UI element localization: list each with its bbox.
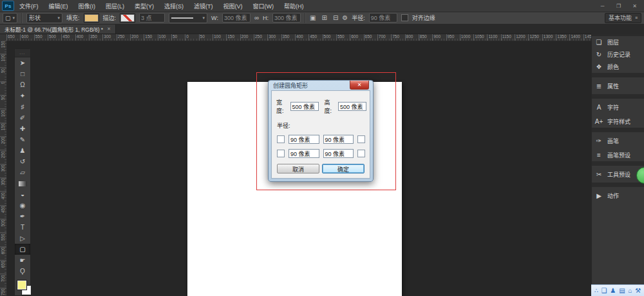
move-tool[interactable]: ➤: [15, 57, 30, 68]
menu-item[interactable]: 选择(S): [164, 2, 184, 10]
close-icon: ✕: [357, 82, 362, 88]
menu-item[interactable]: 图层(L): [106, 2, 124, 10]
path-alignment-icon[interactable]: ⊞: [322, 14, 327, 21]
shop-icon[interactable]: ⌂: [628, 288, 632, 294]
zoom-tool[interactable]: Ϙ: [15, 266, 30, 277]
ruler-tick-label: 950: [446, 34, 460, 41]
workspace-switcher[interactable]: 基本功能 ≡: [605, 13, 641, 23]
panel-label: 画笔预设: [607, 151, 630, 159]
align-edges-checkbox[interactable]: [401, 14, 408, 21]
stroke-width-field[interactable]: 3 点: [139, 13, 165, 23]
panel-grip[interactable]: ∙∙∙: [15, 49, 30, 57]
shape-height-field[interactable]: 300 像素: [272, 13, 301, 23]
pen-tool[interactable]: ✒: [15, 211, 30, 222]
close-button[interactable]: ✕: [629, 2, 640, 10]
eraser-tool[interactable]: ▱: [15, 167, 30, 178]
dialog-width-input[interactable]: 500 像素: [290, 102, 319, 111]
lasso-tool[interactable]: Ω: [15, 79, 30, 90]
panel-label: 属性: [607, 82, 619, 90]
rounded-rectangle-tool[interactable]: ▢: [15, 244, 30, 255]
ok-button[interactable]: 确定: [322, 164, 365, 173]
radius-checkbox-top-left[interactable]: [277, 135, 285, 143]
panel-character-styles[interactable]: A+ 字符样式: [592, 115, 644, 128]
panel-brush-presets[interactable]: ≡ 画笔预设: [592, 149, 644, 161]
blur-tool[interactable]: ◒: [15, 189, 30, 200]
tool-mode-select[interactable]: 形状 ▾: [26, 13, 62, 23]
path-arrange-icon[interactable]: ⊟: [333, 14, 338, 21]
clone-stamp-tool[interactable]: ♟: [15, 145, 30, 156]
chevron-down-icon: ▾: [58, 15, 61, 21]
minimize-button[interactable]: ─: [597, 2, 608, 10]
ruler-tick-label: 250: [0, 151, 6, 164]
chat-icon[interactable]: ❑: [601, 288, 607, 294]
radius-checkbox-top-right[interactable]: [357, 135, 365, 143]
type-tool[interactable]: T: [15, 222, 30, 233]
panel-layers[interactable]: ❏ 图层: [592, 36, 644, 48]
document-title: 未标题-1 @ 66.7%(圆角矩形 1, RGB/8) *: [5, 25, 103, 33]
ruler-tick-label: 350: [0, 178, 6, 192]
brush-tool[interactable]: ✎: [15, 134, 30, 145]
gradient-tool[interactable]: [15, 178, 30, 189]
menu-item[interactable]: 视图(V): [223, 2, 243, 10]
ruler-tick-label: 150: [0, 123, 6, 137]
stroke-swatch[interactable]: [120, 14, 135, 23]
menu-item[interactable]: 滤镜(T): [194, 2, 213, 10]
shirt-icon[interactable]: ▤: [619, 288, 625, 294]
radius-field[interactable]: 90 像素: [369, 13, 397, 23]
panel-brush[interactable]: ✑ 画笔: [592, 128, 644, 149]
horizontal-ruler: 6506005505004504003503002502001501005005…: [6, 34, 591, 41]
menu-item[interactable]: 文件(F): [19, 2, 39, 10]
radius-input-top-right[interactable]: 90 像素: [323, 135, 354, 144]
marquee-tool[interactable]: □: [15, 68, 30, 79]
link-dimensions-icon[interactable]: ∞: [254, 14, 259, 21]
foreground-color-swatch[interactable]: [17, 281, 26, 290]
fill-swatch[interactable]: [84, 14, 99, 23]
ruler-tick-label: 500: [323, 34, 336, 41]
menu-item[interactable]: 图像(I): [79, 2, 96, 10]
menu-item[interactable]: 编辑(E): [49, 2, 68, 10]
path-selection-tool[interactable]: ▷: [15, 233, 30, 244]
panel-color[interactable]: ❖ 颜色: [592, 61, 644, 73]
cancel-button[interactable]: 取消: [277, 164, 319, 173]
menu-item[interactable]: 帮助(H): [284, 2, 304, 10]
radius-input-top-left[interactable]: 90 像素: [289, 135, 319, 144]
path-operations-icon[interactable]: ▣: [310, 14, 316, 21]
panel-label: 图层: [607, 38, 619, 46]
ruler-tick-label: 800: [405, 34, 419, 41]
panel-character[interactable]: A 字符: [592, 94, 644, 115]
contact-icon[interactable]: ♟: [611, 288, 616, 294]
crop-tool[interactable]: ♯: [15, 101, 30, 112]
separator: [305, 13, 306, 23]
menu-item[interactable]: 类型(Y): [135, 2, 154, 10]
radius-checkbox-bottom-left[interactable]: [277, 150, 285, 157]
tool-preset-picker[interactable]: ▢ ▾: [3, 13, 17, 23]
document-tab[interactable]: 未标题-1 @ 66.7%(圆角矩形 1, RGB/8) * ✕: [0, 25, 116, 34]
dodge-tool[interactable]: ◉: [15, 200, 30, 211]
panel-icon: ↻: [592, 51, 606, 58]
quick-selection-tool[interactable]: ✦: [15, 90, 30, 101]
radius-checkbox-bottom-right[interactable]: [357, 150, 365, 157]
width-label: W:: [211, 15, 218, 21]
eyedropper-tool[interactable]: ✐: [15, 112, 30, 123]
tab-close-icon[interactable]: ✕: [107, 26, 111, 32]
radius-input-bottom-left[interactable]: 90 像素: [289, 149, 319, 158]
wrench-icon[interactable]: ⚒: [635, 288, 641, 294]
shape-width-field[interactable]: 300 像素: [222, 13, 251, 23]
dialog-height-input[interactable]: 500 像素: [338, 102, 366, 111]
panel-actions[interactable]: ▶ 动作: [592, 183, 644, 204]
stroke-style-select[interactable]: ▾: [169, 13, 207, 23]
panel-label: 工具预设: [607, 170, 630, 179]
hand-tool[interactable]: ☛: [15, 255, 30, 266]
healing-brush-tool[interactable]: ✚: [15, 123, 30, 134]
gear-icon[interactable]: ⚙: [342, 14, 348, 21]
radius-input-bottom-right[interactable]: 90 像素: [323, 149, 354, 158]
history-brush-tool[interactable]: ↺: [15, 156, 30, 167]
restore-button[interactable]: ❐: [613, 2, 624, 10]
menu-item[interactable]: 窗口(W): [253, 2, 274, 10]
panel-properties[interactable]: ≣ 属性: [592, 73, 644, 94]
panel-icon: ≡: [592, 152, 606, 159]
dialog-close-button[interactable]: ✕: [350, 81, 369, 90]
panel-history[interactable]: ↻ 历史记录: [592, 48, 644, 61]
photoshop-logo-icon: Ps: [2, 1, 14, 11]
dots-icon[interactable]: ∴: [594, 288, 598, 294]
